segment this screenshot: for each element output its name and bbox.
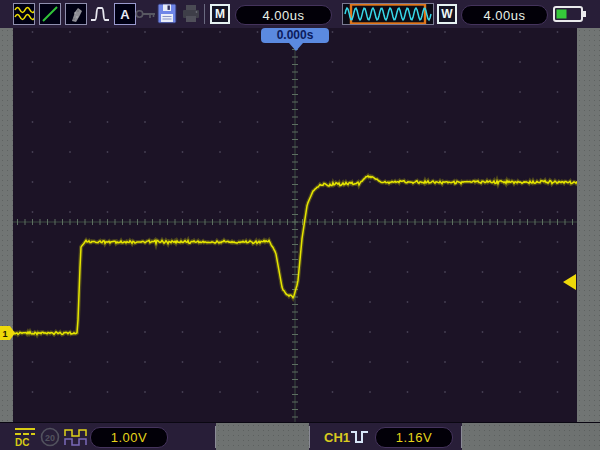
window-timebase-readout[interactable]: 4.00us — [461, 5, 548, 25]
statusbar-separator — [215, 426, 216, 448]
print-icon[interactable] — [181, 4, 201, 24]
slope-icon[interactable] — [39, 3, 61, 25]
main-timebase-label: M — [210, 4, 230, 24]
time-offset-pointer-icon — [289, 43, 303, 51]
dc-coupling-icon[interactable]: DC — [12, 426, 38, 448]
trigger-pulse-icon[interactable] — [350, 429, 370, 445]
zoom-window-icon[interactable] — [342, 3, 434, 25]
bandwidth-limit-icon[interactable]: 20 — [40, 427, 60, 447]
statusbar-empty-slot — [216, 423, 309, 450]
svg-text:A: A — [120, 7, 130, 22]
right-margin — [577, 28, 600, 422]
waveform-display — [13, 28, 577, 422]
statusbar: DC 20 1.00V CH1 1.16V — [0, 422, 600, 450]
statusbar-separator — [461, 426, 462, 448]
oscilloscope-screen: A M 4.00us — [0, 0, 600, 450]
noise-icon[interactable] — [65, 3, 87, 25]
time-offset-label[interactable]: 0.000s — [261, 28, 329, 43]
auto-a-icon[interactable]: A — [114, 3, 136, 25]
dual-pulse-icon[interactable] — [64, 428, 90, 447]
toolbar-separator — [204, 4, 205, 24]
svg-text:1: 1 — [2, 329, 7, 339]
channel1-ground-marker[interactable]: 1 — [0, 325, 16, 341]
main-timebase-readout[interactable]: 4.00us — [235, 5, 332, 25]
battery-charge-level — [557, 10, 567, 19]
svg-text:20: 20 — [45, 433, 55, 443]
toolbar: A M 4.00us — [0, 0, 600, 29]
trigger-channel-label: CH1 — [324, 430, 350, 445]
battery-icon — [553, 6, 587, 22]
left-margin — [0, 28, 13, 422]
ch1-scale-readout[interactable]: 1.00V — [90, 427, 168, 448]
trigger-level-readout[interactable]: 1.16V — [375, 427, 453, 448]
statusbar-empty-slot — [462, 423, 600, 450]
statusbar-separator — [309, 426, 310, 448]
svg-text:DC: DC — [15, 437, 29, 448]
pulse-icon[interactable] — [89, 2, 113, 26]
dual-waveform-icon[interactable] — [13, 3, 35, 25]
save-floppy-icon[interactable] — [157, 3, 177, 24]
key-icon[interactable] — [135, 6, 157, 22]
trigger-level-marker[interactable] — [562, 273, 577, 291]
window-timebase-label: W — [437, 4, 457, 24]
